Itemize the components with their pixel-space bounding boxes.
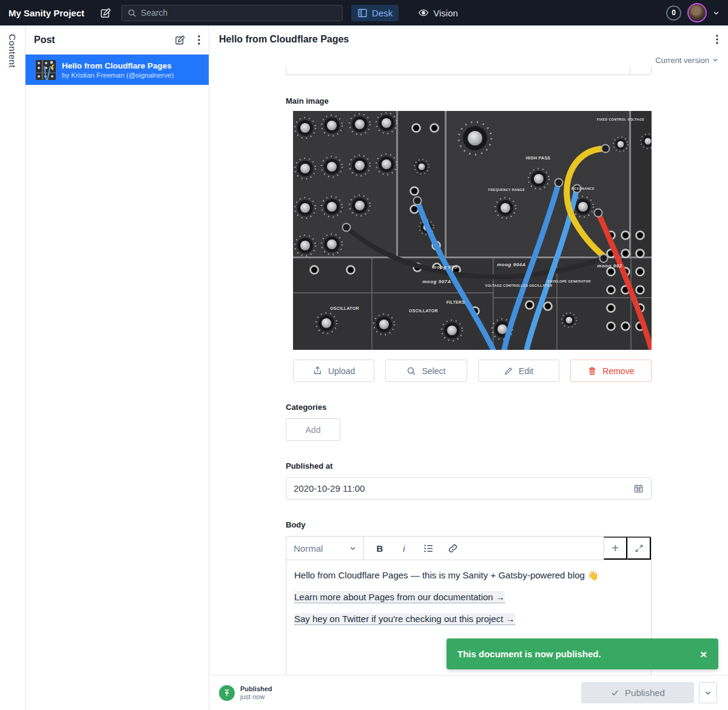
published-button[interactable]: Published	[581, 682, 694, 703]
tab-desk-label: Desk	[372, 8, 393, 18]
photo-label: RESONANCE	[571, 187, 595, 190]
upload-icon	[312, 366, 323, 376]
published-at-input[interactable]	[294, 483, 633, 494]
pencil-icon	[504, 366, 513, 376]
tab-desk[interactable]: Desk	[351, 5, 399, 21]
photo-label: VOLTAGE CONTROLLED OSCILLATOR	[485, 284, 553, 287]
style-select-value: Normal	[294, 543, 323, 554]
publish-status-time: just now	[240, 693, 272, 701]
kebab-menu-icon	[716, 35, 718, 44]
published-at-field	[286, 477, 652, 500]
list-pane-menu-button[interactable]	[198, 35, 200, 45]
italic-button[interactable]: i	[392, 537, 416, 560]
photo-label: FREQUENCY RANGE	[488, 188, 525, 192]
search-input[interactable]	[141, 8, 337, 18]
check-icon	[610, 688, 619, 697]
photo-label: OSCILLATOR	[409, 309, 438, 313]
published-at-label: Published at	[286, 461, 652, 471]
document-footer: Published just now Published	[209, 675, 728, 710]
main-image-preview: HIGH PASS FREQUENCY RANGE RESONANCE FIXE…	[293, 111, 652, 350]
slug-field-cutoff[interactable]	[286, 67, 652, 75]
calendar-button[interactable]	[633, 483, 644, 494]
photo-label: moog 902	[597, 263, 622, 269]
remove-button[interactable]: Remove	[570, 360, 652, 382]
version-label: Current version	[655, 56, 709, 65]
document-header: Hello from Cloudflare Pages	[209, 25, 728, 53]
expand-icon	[635, 544, 644, 553]
new-document-button[interactable]	[100, 7, 112, 19]
list-item-thumbnail	[36, 60, 56, 80]
synthesizer-photo: HIGH PASS FREQUENCY RANGE RESONANCE FIXE…	[293, 111, 652, 350]
chevron-down-icon	[704, 689, 712, 697]
toast-message: This document is now published.	[457, 649, 601, 659]
calendar-icon	[633, 483, 644, 494]
project-title: My Sanity Project	[8, 8, 84, 18]
photo-label: FIXED CONTROL VOLTAGE	[597, 118, 644, 121]
toast-close-button[interactable]: ✕	[699, 648, 707, 660]
presence-count-badge[interactable]: 0	[666, 5, 681, 21]
content-rail-label: Content	[7, 34, 18, 710]
bold-button[interactable]: B	[368, 537, 392, 560]
tab-vision-label: Vision	[433, 8, 458, 18]
compose-icon	[175, 35, 186, 45]
publish-success-toast: This document is now published. ✕	[447, 638, 718, 669]
photo-label: moog 904A	[497, 262, 526, 267]
edit-button-label: Edit	[519, 366, 533, 376]
upload-button-label: Upload	[328, 366, 355, 376]
editor-toolbar: Normal B i	[286, 537, 651, 560]
user-avatar[interactable]	[687, 3, 707, 22]
remove-button-label: Remove	[602, 366, 634, 376]
link-button[interactable]	[440, 537, 465, 560]
document-title: Hello from Cloudflare Pages	[219, 34, 349, 45]
chevron-down-icon	[349, 545, 356, 552]
trash-icon	[587, 366, 597, 376]
published-button-label: Published	[625, 688, 665, 698]
publish-status-title: Published	[240, 685, 272, 693]
create-post-button[interactable]	[175, 35, 186, 45]
body-link-documentation[interactable]: Learn more about Pages from our document…	[294, 591, 505, 603]
body-link-twitter[interactable]: Say hey on Twitter if you're checking ou…	[294, 613, 515, 625]
top-navbar: My Sanity Project Desk Vision 0	[0, 0, 728, 25]
paragraph-style-select[interactable]: Normal	[286, 537, 364, 560]
slug-generate-cell[interactable]	[630, 67, 651, 75]
content-tool-rail[interactable]: Content	[0, 25, 25, 710]
desk-icon	[357, 8, 368, 18]
photo-label: moog 995	[432, 264, 457, 270]
document-editor-pane: Hello from Cloudflare Pages Current vers…	[209, 25, 728, 710]
search-bar[interactable]	[121, 5, 343, 21]
chevron-down-icon[interactable]	[713, 10, 720, 16]
photo-label: moog 907A	[422, 279, 451, 284]
search-icon	[406, 366, 416, 376]
tab-vision[interactable]: Vision	[412, 4, 464, 21]
categories-label: Categories	[286, 403, 652, 412]
list-item-subtitle: by Kristian Freeman (@signalnerve)	[62, 71, 174, 79]
upload-button[interactable]: Upload	[293, 360, 374, 382]
bullet-list-button[interactable]	[416, 537, 440, 560]
publish-status-icon	[219, 685, 235, 701]
photo-label: HIGH PASS	[526, 156, 551, 160]
bullet-list-icon	[423, 543, 434, 554]
photo-label: OSCILLATOR	[330, 306, 359, 310]
list-item-hello-from-cloudflare-pages[interactable]: Hello from Cloudflare Pages by Kristian …	[25, 55, 209, 85]
list-pane-title: Post	[34, 35, 55, 45]
select-button[interactable]: Select	[385, 360, 467, 382]
presence-count: 0	[672, 8, 676, 17]
publish-menu-button[interactable]	[699, 682, 717, 703]
list-item-title: Hello from Cloudflare Pages	[62, 61, 174, 71]
list-pane-header: Post	[25, 25, 209, 55]
photo-label: FILTERS	[447, 300, 465, 304]
compose-icon	[100, 7, 112, 19]
main-image-label: Main image	[286, 96, 652, 105]
body-editor-content[interactable]: Hello from Cloudflare Pages — this is my…	[286, 560, 651, 626]
select-button-label: Select	[422, 366, 445, 376]
eye-icon	[418, 7, 429, 18]
document-list-pane: Post Hello from Cloudflare Pages	[25, 25, 209, 710]
edit-button[interactable]: Edit	[478, 360, 559, 382]
insert-block-button[interactable]: +	[604, 537, 627, 560]
close-icon: ✕	[699, 649, 707, 660]
document-menu-button[interactable]	[716, 35, 718, 44]
fullscreen-button[interactable]	[627, 537, 651, 560]
version-selector[interactable]: Current version	[209, 53, 728, 67]
document-form: Main image	[209, 67, 728, 675]
add-category-button[interactable]: Add	[286, 418, 340, 441]
